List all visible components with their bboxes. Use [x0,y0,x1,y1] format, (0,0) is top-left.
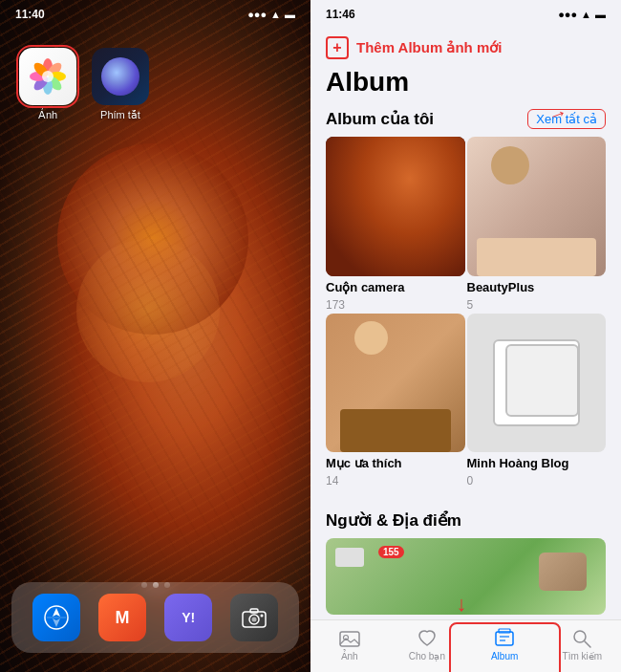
my-albums-section-header: Album của tôi Xem tất cả [310,105,621,137]
signal-icon: ●●● [247,9,267,20]
tab-album[interactable]: Album [466,628,544,661]
svg-point-24 [574,631,586,642]
album-cell-camera[interactable]: Cuộn camera 173 [326,137,465,312]
photos-app-label: Ảnh [38,109,57,121]
album-cell-fav[interactable]: Mục ưa thích 14 [326,314,465,488]
right-content: + Thêm Album ảnh mới Album Album của tôi… [310,29,621,619]
tab-search-label: Tìm kiếm [563,651,603,661]
right-status-bar: 11:46 ●●● ▲ ▬ [310,0,621,29]
add-album-bar: + Thêm Album ảnh mới [310,29,621,63]
album-count-beauty: 5 [467,298,607,312]
right-wifi-icon: ▲ [581,9,591,20]
svg-rect-16 [250,609,258,613]
album-main-title: Album [310,63,621,105]
albums-grid: Cuộn camera 173 BeautyPlus 5 Mục ưa thíc… [310,137,621,503]
left-status-icons: ●●● ▲ ▬ [247,9,295,20]
album-name-blog: Minh Hoàng Blog [467,456,607,470]
tab-photos[interactable]: Ảnh [310,628,388,661]
tab-album-label: Album [491,651,518,661]
svg-marker-10 [53,608,60,617]
right-time: 11:46 [326,8,355,21]
add-album-label[interactable]: Thêm Album ảnh mới [356,39,502,56]
safari-icon-svg [43,604,70,631]
yahoo-label: Y! [182,610,195,625]
photos-app-icon[interactable] [19,48,76,105]
shortcuts-app-icon[interactable] [92,48,149,105]
album-cell-blog[interactable]: Minh Hoàng Blog 0 [467,314,607,488]
battery-icon: ▬ [285,9,295,20]
my-albums-title: Album của tôi [326,109,434,129]
album-cell-beauty[interactable]: BeautyPlus 5 [467,137,607,312]
album-tab-icon [494,628,515,649]
album-count-camera: 173 [326,298,465,312]
dock-safari[interactable] [32,594,80,641]
map-number-badge: 155 [378,546,404,558]
places-map-preview[interactable]: 155 [326,538,606,615]
tab-for-you-label: Cho bạn [409,651,445,661]
camera-thumb-image [326,137,465,276]
left-panel: 11:40 ●●● ▲ ▬ [0,0,310,672]
right-panel: 11:46 ●●● ▲ ▬ + Thêm Album ảnh mới Album… [310,0,621,672]
blog-thumb-image [467,314,607,453]
right-status-icons: ●●● ▲ ▬ [558,9,606,20]
for-you-tab-icon [417,628,438,649]
fav-thumb-image [326,314,465,453]
svg-rect-20 [496,632,513,645]
album-thumb-fav [326,314,465,453]
svg-rect-21 [499,629,510,633]
beauty-thumb-image [467,137,607,276]
tab-bar: Ảnh Cho bạn Album Tìm kiếm [310,619,621,672]
see-all-button[interactable]: Xem tất cả [527,109,606,129]
right-signal-icon: ●●● [558,9,577,20]
album-thumb-camera [326,137,465,276]
mozii-label: M [115,608,129,628]
album-name-fav: Mục ưa thích [326,456,465,470]
album-count-fav: 14 [326,474,465,488]
left-status-bar: 11:40 ●●● ▲ ▬ [0,0,310,29]
svg-rect-18 [340,632,359,646]
svg-point-17 [261,615,264,618]
album-thumb-blog [467,314,607,453]
album-count-blog: 0 [467,474,607,488]
shortcuts-app-label: Phím tắt [100,109,140,121]
left-time: 11:40 [15,8,45,21]
places-section-title: Người & Địa điểm [310,503,621,538]
dock-camera[interactable] [230,594,278,641]
siri-icon-inner [101,57,139,96]
svg-point-15 [252,618,257,622]
app-shortcuts-wrap[interactable]: Phím tắt [92,48,149,121]
svg-line-25 [585,641,590,647]
dock-yahoo[interactable]: Y! [164,594,212,641]
tab-photos-label: Ảnh [341,651,358,661]
dock-mozii[interactable]: M [98,594,146,641]
add-album-button[interactable]: + [326,36,349,59]
photos-tab-icon [339,628,360,649]
home-screen-icons: Ảnh Phím tắt [19,48,149,121]
wifi-icon: ▲ [270,9,281,20]
album-name-beauty: BeautyPlus [467,280,607,294]
red-highlight-box [16,45,79,108]
right-battery-icon: ▬ [595,9,606,20]
svg-marker-11 [53,618,60,627]
dock: M Y! [11,582,299,653]
album-name-camera: Cuộn camera [326,280,465,294]
app-photos-wrap[interactable]: Ảnh [19,48,76,121]
camera-icon-svg [242,607,267,628]
search-tab-icon [571,628,592,649]
album-thumb-beauty [467,137,607,276]
